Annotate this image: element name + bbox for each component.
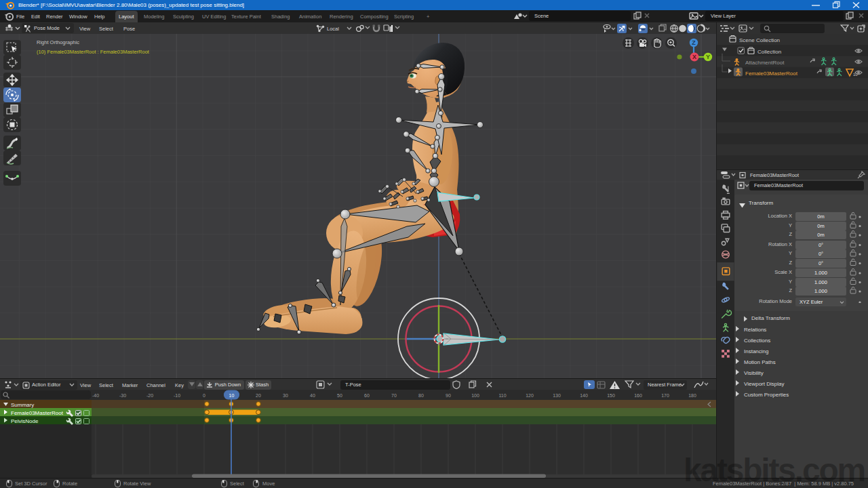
svg-text:Z: Z xyxy=(692,39,696,46)
svg-text:-40: -40 xyxy=(92,393,99,398)
svg-text:Female03MasterRoot: Female03MasterRoot xyxy=(11,410,64,416)
svg-text:110: 110 xyxy=(498,393,506,398)
svg-text:0: 0 xyxy=(203,393,205,398)
svg-text:Female03MasterRoot: Female03MasterRoot xyxy=(745,70,798,77)
svg-text:170: 170 xyxy=(661,393,669,398)
svg-text:-30: -30 xyxy=(119,393,126,398)
svg-text:80: 80 xyxy=(418,393,424,398)
svg-text:PelvisNode: PelvisNode xyxy=(11,418,39,424)
svg-text:Summary: Summary xyxy=(11,402,34,408)
svg-text:Y: Y xyxy=(706,54,710,60)
svg-text:70: 70 xyxy=(391,393,397,398)
svg-text:30: 30 xyxy=(283,393,288,398)
svg-text:150: 150 xyxy=(607,393,615,398)
svg-text:Collection: Collection xyxy=(757,49,781,55)
svg-text:AttachmentRoot: AttachmentRoot xyxy=(745,60,785,66)
svg-text:130: 130 xyxy=(553,393,561,398)
svg-text:180: 180 xyxy=(688,393,696,398)
svg-text:-20: -20 xyxy=(146,393,153,398)
svg-text:Scene Collection: Scene Collection xyxy=(739,37,780,43)
svg-text:120: 120 xyxy=(526,393,534,398)
svg-text:60: 60 xyxy=(364,393,370,398)
svg-text:160: 160 xyxy=(634,393,642,398)
svg-text:50: 50 xyxy=(337,393,342,398)
svg-text:40: 40 xyxy=(310,393,315,398)
svg-text:90: 90 xyxy=(446,393,451,398)
svg-text:140: 140 xyxy=(580,393,588,398)
svg-text:10: 10 xyxy=(229,393,235,398)
svg-text:(10) Female03MasterRoot : Fema: (10) Female03MasterRoot : Female03Master… xyxy=(37,49,150,55)
svg-text:X: X xyxy=(692,54,696,60)
svg-text:Right Orthographic: Right Orthographic xyxy=(37,39,79,45)
svg-text:100: 100 xyxy=(471,393,479,398)
svg-text:-10: -10 xyxy=(174,393,180,398)
svg-text:20: 20 xyxy=(256,393,261,398)
